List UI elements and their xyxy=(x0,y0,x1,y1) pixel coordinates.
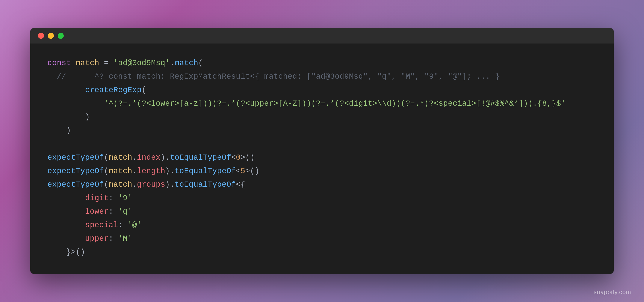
code-line-11: digit: '9' xyxy=(48,191,596,205)
code-editor: const match = 'ad@3od9Msq'.match( // ^? … xyxy=(30,43,614,274)
code-line-15: }>() xyxy=(48,245,596,259)
watermark: snappify.com xyxy=(594,289,631,296)
code-line-10: expectTypeOf(match.groups).toEqualTypeOf… xyxy=(48,178,596,191)
titlebar xyxy=(30,28,614,43)
code-line-8: expectTypeOf(match.index).toEqualTypeOf<… xyxy=(48,151,596,164)
code-line-9: expectTypeOf(match.length).toEqualTypeOf… xyxy=(48,164,596,178)
code-window: const match = 'ad@3od9Msq'.match( // ^? … xyxy=(30,28,614,274)
close-button[interactable] xyxy=(38,33,44,39)
code-line-2: // ^? const match: RegExpMatchResult<{ m… xyxy=(48,70,596,83)
minimize-button[interactable] xyxy=(48,33,54,39)
maximize-button[interactable] xyxy=(58,33,64,39)
code-line-7 xyxy=(48,137,596,151)
code-line-5: ) xyxy=(48,110,596,124)
code-line-6: ) xyxy=(48,124,596,137)
code-line-4: '^(?=.*(?<lower>[a-z]))(?=.*(?<upper>[A-… xyxy=(48,97,596,110)
code-line-1: const match = 'ad@3od9Msq'.match( xyxy=(48,56,596,70)
code-line-3: createRegExp( xyxy=(48,83,596,97)
code-line-14: upper: 'M' xyxy=(48,232,596,245)
code-line-12: lower: 'q' xyxy=(48,205,596,218)
code-line-13: special: '@' xyxy=(48,218,596,232)
